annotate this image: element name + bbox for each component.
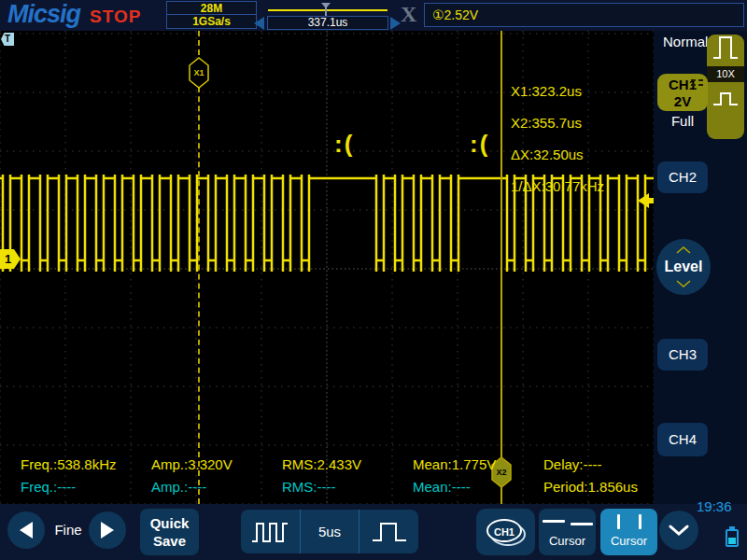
horizontal-cursor-icon — [539, 509, 596, 534]
channel1-scale: 2V — [657, 93, 708, 110]
vertical-cursor-icon — [600, 509, 657, 534]
right-sidebar: Normal 10X CH1 2V Full CH2 Level CH — [654, 31, 747, 504]
active-channel-button[interactable]: CH1 — [476, 509, 535, 555]
timebase-control: 5us — [241, 510, 418, 553]
chevron-up-icon — [676, 246, 691, 254]
bottom-toolbar: Fine Quick Save 5us CH1 — [0, 504, 747, 560]
sample-rate: 1GSa/s — [167, 15, 256, 28]
trigger-position-value[interactable]: 337.1us — [267, 16, 388, 30]
timebase-zoom-in-button[interactable] — [359, 510, 418, 553]
channel2-button[interactable]: CH2 — [657, 161, 708, 193]
cursor-x1-handle[interactable]: X1 — [189, 57, 209, 89]
trigger-level-knob[interactable]: Level — [656, 239, 711, 295]
scope-display[interactable]: T X1 X2 X1:323.2us X2:355.7us ΔX:32.50us… — [0, 31, 654, 504]
step-right-button[interactable] — [89, 511, 126, 549]
chevron-down-icon — [669, 525, 689, 537]
memory-depth: 28M — [167, 2, 256, 15]
quick-save-button[interactable]: Quick Save — [140, 509, 199, 555]
coupling-dc-icon — [691, 79, 703, 86]
horizontal-cursor-button[interactable]: Cursor — [539, 509, 596, 555]
meas-ch2-amp: Amp.:---- — [151, 479, 206, 495]
svg-text:X1: X1 — [193, 68, 204, 77]
meas-ch2-mean: Mean:---- — [413, 479, 471, 495]
battery-icon — [726, 529, 739, 547]
level-label: Level — [656, 257, 711, 277]
pulse-large-icon — [712, 35, 739, 61]
channel4-button[interactable]: CH4 — [657, 423, 708, 456]
sad-face-annotation: :( — [470, 130, 489, 159]
right-arrow-icon — [101, 522, 114, 539]
fine-adjust-label: Fine — [49, 504, 88, 556]
chevron-down-icon — [676, 280, 691, 287]
multi-pulse-icon — [251, 520, 289, 544]
channel1-button[interactable]: CH1 2V — [657, 74, 708, 111]
sad-face-annotation: :( — [334, 130, 354, 159]
left-arrow-icon — [20, 522, 33, 539]
sample-info-box[interactable]: 28M 1GSa/s — [166, 1, 257, 29]
probe-attenuation-panel[interactable]: 10X — [707, 35, 744, 139]
step-left-button[interactable] — [7, 511, 45, 549]
collapse-menu-button[interactable] — [659, 511, 698, 550]
meas-ch1-freq: Freq.:538.8kHz — [21, 456, 117, 472]
cursor-x1-line[interactable] — [198, 31, 200, 504]
bandwidth-label: Full — [657, 113, 708, 129]
brand-logo: Micsig — [7, 0, 80, 29]
probe-attenuation-value: 10X — [707, 66, 744, 82]
cursor-readout: X1:323.2us X2:355.7us ΔX:32.50us 1/ΔX:30… — [511, 83, 604, 194]
meas-ch2-freq: Freq.:---- — [21, 479, 76, 495]
clock: 19:36 — [697, 498, 732, 514]
run-stop-status[interactable]: STOP — [90, 7, 141, 27]
trigger-position-marker-icon[interactable] — [320, 3, 331, 16]
trigger-pos-left-arrow-icon[interactable] — [254, 17, 264, 30]
cursor-x-mode-icon: X — [401, 2, 416, 27]
cursor-x2-line[interactable] — [500, 31, 502, 504]
channel-badge-label: CH1 — [486, 519, 522, 542]
trigger-level-arrow-icon[interactable] — [638, 193, 654, 208]
meas-ch1-amp: Amp.:3.320V — [151, 456, 233, 472]
trigger-pos-right-arrow-icon[interactable] — [390, 17, 401, 30]
meas-ch1-delay: Delay:---- — [543, 456, 602, 472]
meas-ch1-mean: Mean:1.775V — [413, 456, 496, 472]
channel1-level-readout: ①2.52V — [424, 3, 744, 27]
meas-ch1-rms: RMS:2.433V — [282, 456, 361, 472]
oscilloscope-screen: Micsig STOP 28M 1GSa/s 337.1us X ①2.52V … — [0, 0, 747, 560]
pulse-small-icon — [712, 89, 739, 107]
acquisition-mode-label: Normal — [663, 34, 708, 49]
single-pulse-icon — [372, 520, 407, 544]
channel3-button[interactable]: CH3 — [657, 339, 708, 371]
timebase-zoom-out-button[interactable] — [241, 510, 300, 553]
top-status-bar: Micsig STOP 28M 1GSa/s 337.1us X ①2.52V — [0, 0, 747, 31]
timebase-value[interactable]: 5us — [300, 510, 359, 553]
svg-text:X2: X2 — [496, 468, 506, 477]
vertical-cursor-button[interactable]: Cursor — [600, 509, 657, 555]
meas-ch1-period: Period:1.856us — [543, 479, 638, 495]
meas-ch2-rms: RMS:---- — [282, 479, 335, 495]
